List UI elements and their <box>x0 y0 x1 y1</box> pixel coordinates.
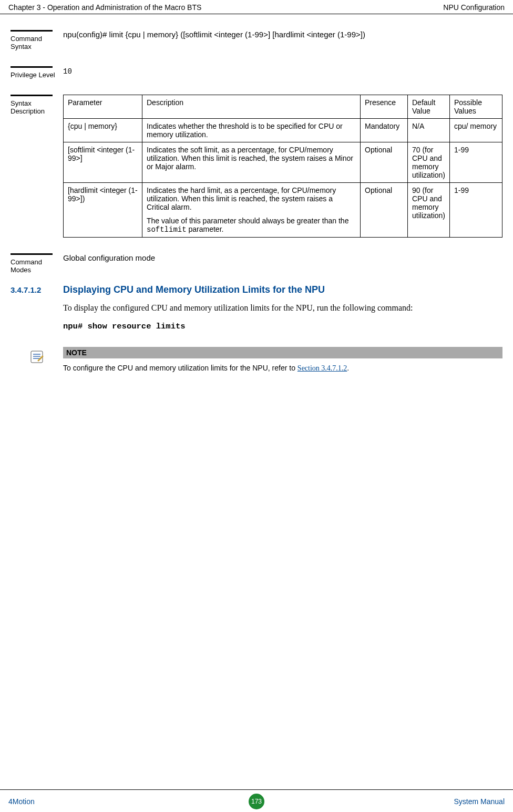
table-row: [hardlimit <integer (1-99>]) Indicates t… <box>64 183 502 238</box>
header-left: Chapter 3 - Operation and Administration… <box>8 3 201 12</box>
cell-parameter: {cpu | memory} <box>64 119 142 142</box>
cell-possible: 1-99 <box>450 142 502 183</box>
cell-default: 90 (for CPU and memory utilization) <box>408 183 450 238</box>
label-command-syntax: Command Syntax <box>11 35 42 50</box>
cell-possible: cpu/ memory <box>450 119 502 142</box>
page-header: Chapter 3 - Operation and Administration… <box>0 0 513 14</box>
syntax-table-header-row: Parameter Description Presence Default V… <box>64 95 502 119</box>
cell-presence: Mandatory <box>361 119 408 142</box>
syntax-table: Parameter Description Presence Default V… <box>63 95 502 238</box>
cell-description-p2-post: parameter. <box>187 225 224 233</box>
note-link[interactable]: Section 3.4.7.1.2 <box>297 364 347 372</box>
cell-default: N/A <box>408 119 450 142</box>
subsection-command: npu# show resource limits <box>63 322 502 331</box>
cell-possible: 1-99 <box>450 183 502 238</box>
note-icon <box>29 349 45 367</box>
col-default-value: Default Value <box>408 95 450 119</box>
note-text: To configure the CPU and memory utilizat… <box>63 364 502 373</box>
value-command-modes: Global configuration mode <box>63 253 155 262</box>
cell-description-p2-code: softlimit <box>147 225 187 234</box>
col-description: Description <box>142 95 361 119</box>
page-content: Command Syntax npu(config)# limit {cpu |… <box>0 14 513 373</box>
subsection-heading: 3.4.7.1.2 Displaying CPU and Memory Util… <box>11 284 502 295</box>
subsection-number: 3.4.7.1.2 <box>11 285 63 294</box>
label-command-modes: Command Modes <box>11 258 42 274</box>
col-parameter: Parameter <box>64 95 142 119</box>
cell-description: Indicates whether the threshold is to be… <box>142 119 361 142</box>
note-text-post: . <box>347 364 349 372</box>
cell-description: Indicates the soft limit, as a percentag… <box>142 142 361 183</box>
cell-description-p1: Indicates the hard limit, as a percentag… <box>147 186 356 211</box>
section-privilege-level: Privilege Level 10 <box>11 66 502 79</box>
footer-left: 4Motion <box>8 797 35 806</box>
subsection-title: Displaying CPU and Memory Utilization Li… <box>63 284 502 295</box>
cell-presence: Optional <box>361 183 408 238</box>
section-command-syntax: Command Syntax npu(config)# limit {cpu |… <box>11 30 502 50</box>
cell-parameter: [softlimit <integer (1-99>] <box>64 142 142 183</box>
section-syntax-description: Syntax Description Parameter Description… <box>11 95 502 238</box>
note-block: NOTE To configure the CPU and memory uti… <box>11 347 502 373</box>
cell-default: 70 (for CPU and memory utilization) <box>408 142 450 183</box>
note-text-pre: To configure the CPU and memory utilizat… <box>63 364 297 372</box>
subsection-body: To display the configured CPU and memory… <box>63 302 502 314</box>
value-privilege-level: 10 <box>63 67 72 76</box>
page-number: 173 <box>249 794 264 809</box>
cell-parameter: [hardlimit <integer (1-99>]) <box>64 183 142 238</box>
table-row: [softlimit <integer (1-99>] Indicates th… <box>64 142 502 183</box>
col-possible-values: Possible Values <box>450 95 502 119</box>
section-command-modes: Command Modes Global configuration mode <box>11 253 502 274</box>
header-right: NPU Configuration <box>443 3 505 12</box>
cell-presence: Optional <box>361 142 408 183</box>
note-label: NOTE <box>63 347 502 358</box>
value-command-syntax: npu(config)# limit {cpu | memory} ([soft… <box>63 30 365 39</box>
svg-rect-0 <box>31 351 43 363</box>
label-privilege-level: Privilege Level <box>11 71 55 79</box>
cell-description: Indicates the hard limit, as a percentag… <box>142 183 361 238</box>
cell-description-p2: The value of this parameter should alway… <box>147 217 356 234</box>
page-footer: 4Motion 173 System Manual <box>0 789 513 812</box>
col-presence: Presence <box>361 95 408 119</box>
label-syntax-description: Syntax Description <box>11 99 45 115</box>
cell-description-p2-pre: The value of this parameter should alway… <box>147 217 348 225</box>
table-row: {cpu | memory} Indicates whether the thr… <box>64 119 502 142</box>
footer-right: System Manual <box>454 797 505 806</box>
